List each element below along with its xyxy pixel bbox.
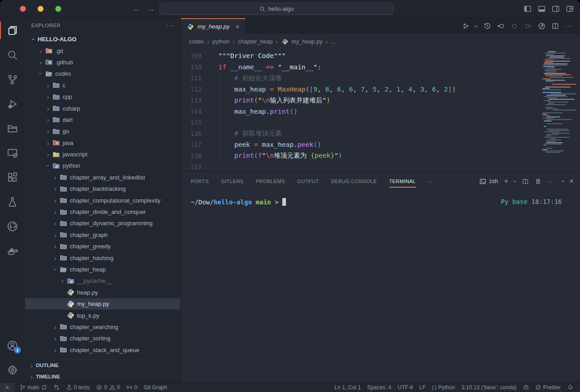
toggle-primary-sidebar-button[interactable] [524,5,532,13]
gitlens-graph-button[interactable] [538,22,546,30]
activity-item-docker[interactable] [0,238,25,263]
status-language-mode[interactable]: { }Python [429,382,459,392]
panel-more-tabs-button[interactable]: ··· [426,178,433,185]
tree-item-chapter_greedy[interactable]: ›chapter_greedy [25,241,180,252]
status-git-graph[interactable]: Git Graph [140,382,170,392]
kill-terminal-button[interactable] [535,178,541,185]
status-eol[interactable]: LF [416,382,429,392]
status-cursor-position[interactable]: Ln 1, Col 1 [331,382,364,392]
activity-item-github[interactable] [0,214,25,238]
toggle-panel-button[interactable] [538,5,546,13]
tree-item-HELLO-ALGO[interactable]: ›HELLO-ALGO [25,34,180,45]
tree-item-chapter_searching[interactable]: ›chapter_searching [25,321,180,333]
activity-item-project-manager[interactable] [0,116,25,140]
run-python-file-button[interactable] [462,22,469,30]
tree-item-java[interactable]: ›java [25,137,180,149]
terminal[interactable]: ~/Dow/hello-algo main > Py base 18:17:16 [181,191,580,382]
activity-item-explorer[interactable] [0,18,25,43]
activity-item-run-and-debug[interactable] [0,92,25,116]
tree-item-.git[interactable]: ›.git [25,45,180,56]
breadcrumb-item[interactable]: codes [189,39,204,45]
tree-item-chapter_graph[interactable]: ›chapter_graph [25,229,180,241]
next-change-disabled-button[interactable] [524,22,532,30]
tree-item-heap.py[interactable]: heap.py [25,287,180,298]
status-git-branch[interactable]: main [16,382,50,392]
tree-item-top_k.py[interactable]: top_k.py [25,310,180,321]
terminal-dropdown-button[interactable]: › [514,178,517,185]
breadcrumb-item[interactable]: chapter_heap [238,39,272,45]
tree-item-chapter_dynamic_programming[interactable]: ›chapter_dynamic_programming [25,218,180,229]
nav-back-button[interactable]: ← [132,5,140,14]
status-notifications[interactable] [564,382,577,392]
tree-item-cpp[interactable]: ›cpp [25,91,180,102]
tree-item-csharp[interactable]: ›csharp [25,102,180,114]
split-editor-button[interactable] [551,22,559,30]
activity-item-accounts[interactable]: 1 [0,333,25,358]
panel-tab-gitlens[interactable]: GITLENS [221,176,244,187]
panel-tab-ports[interactable]: PORTS [191,176,209,187]
more-actions-button[interactable]: ··· [565,23,573,29]
file-history-button[interactable] [483,22,491,30]
tab-my-heap-py[interactable]: my_heap.py × [181,18,246,34]
status-tests[interactable]: 0 tests [63,382,93,392]
tree-item-codes[interactable]: ›codes [25,68,180,79]
status-feedback[interactable]: 0 [123,382,140,392]
explorer-more-actions-button[interactable]: ··· [166,22,174,29]
tree-item-javascript[interactable]: ›JSjavascript [25,149,180,160]
terminal-shell-label[interactable]: zsh [479,178,498,185]
breadcrumb-item[interactable]: python [213,39,230,45]
tree-item-chapter_heap[interactable]: ›chapter_heap [25,264,180,275]
activity-item-settings[interactable] [0,358,25,382]
close-window-button[interactable] [20,6,26,12]
tree-item-go[interactable]: ›go [25,126,180,137]
status-git-compare[interactable] [50,382,63,392]
maximize-panel-button[interactable]: › [561,178,564,185]
command-center-search[interactable]: hello-algo [160,3,393,15]
customize-layout-button[interactable] [566,5,574,13]
breadcrumb-item[interactable]: ... [331,39,335,45]
tree-item-chapter_sorting[interactable]: ›chapter_sorting [25,333,180,344]
tree-item-my_heap.py[interactable]: my_heap.py [25,298,180,310]
panel-tab-output[interactable]: OUTPUT [297,176,319,187]
status-remote-indicator[interactable] [0,382,14,392]
breadcrumb-item[interactable]: my_heap.py [281,38,322,45]
tree-item-dart[interactable]: ›dart [25,114,180,126]
toggle-secondary-sidebar-button[interactable] [552,5,560,13]
timeline-section[interactable]: › TIMELINE [25,371,180,382]
status-indentation[interactable]: Spaces: 4 [364,382,394,392]
panel-tab-problems[interactable]: PROBLEMS [256,176,285,187]
panel-tab-terminal[interactable]: TERMINAL [389,176,416,187]
minimap[interactable] [541,50,576,153]
previous-change-disabled-button[interactable] [511,22,518,30]
zoom-window-button[interactable] [55,6,61,12]
outline-section[interactable]: › OUTLINE [25,359,180,371]
status-encoding[interactable]: UTF-8 [395,382,416,392]
status-python-interpreter[interactable]: 3.10.13 ('base': conda) [458,382,519,392]
tree-item-chapter_hashing[interactable]: ›chapter_hashing [25,252,180,263]
more-terminal-actions-button[interactable]: ··· [547,178,556,185]
status-copilot[interactable] [520,382,532,392]
tree-item-.github[interactable]: ›.github [25,57,180,68]
run-dropdown-button[interactable]: › [475,23,478,30]
status-problems[interactable]: 00 [93,382,123,392]
status-prettier[interactable]: Prettier [532,382,564,392]
nav-forward-button[interactable]: → [147,5,155,14]
tree-item-chapter_computational_complexity[interactable]: ›chapter_computational_complexity [25,194,180,206]
tree-item-__pycache__[interactable]: ›__pycache__ [25,275,180,286]
previous-change-button[interactable] [497,22,505,30]
panel-tab-debug-console[interactable]: DEBUG CONSOLE [331,176,377,187]
split-terminal-button[interactable] [522,178,529,185]
new-terminal-button[interactable]: + [504,177,508,186]
activity-item-source-control[interactable] [0,67,25,92]
tree-item-chapter_array_and_linkedlist[interactable]: ›chapter_array_and_linkedlist [25,172,180,183]
tree-item-c[interactable]: ›c [25,80,180,91]
activity-item-search[interactable] [0,43,25,67]
tree-item-chapter_backtracking[interactable]: ›chapter_backtracking [25,183,180,194]
activity-item-remote-explorer[interactable] [0,140,25,165]
activity-item-testing[interactable] [0,189,25,214]
tree-item-python[interactable]: ›python [25,160,180,171]
minimize-window-button[interactable] [38,6,44,12]
close-tab-icon[interactable]: × [236,23,240,30]
code-editor[interactable]: 109"""Driver Code"""110if __name__ == "_… [181,49,580,171]
tree-item-chapter_divide_and_conquer[interactable]: ›chapter_divide_and_conquer [25,206,180,218]
